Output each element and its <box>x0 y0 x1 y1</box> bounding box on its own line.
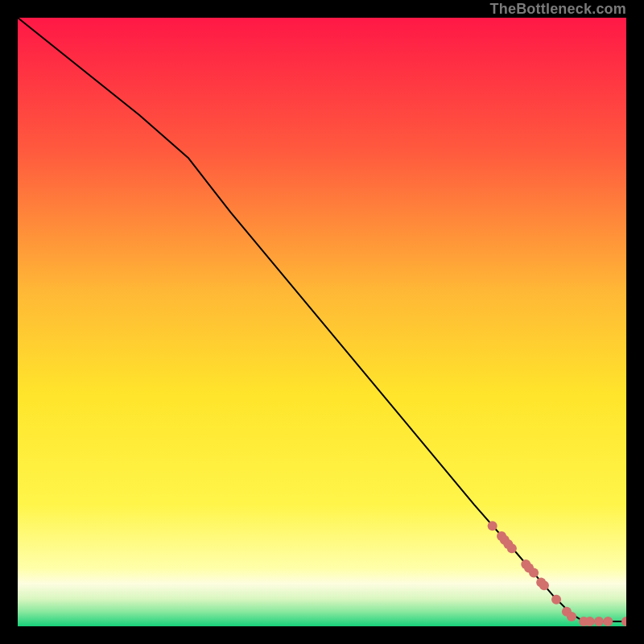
chart-svg <box>18 18 626 626</box>
series-dots-point <box>551 595 561 605</box>
series-dots-point <box>507 543 517 553</box>
series-dots-point <box>539 580 549 590</box>
series-dots-point <box>594 617 604 626</box>
plot-area <box>18 18 626 626</box>
chart-frame: TheBottleneck.com <box>0 0 644 644</box>
series-dots-point <box>567 612 576 621</box>
watermark-text: TheBottleneck.com <box>490 0 626 18</box>
series-dots-point <box>585 617 595 626</box>
series-dots-point <box>603 617 613 626</box>
series-dots-point <box>529 568 539 577</box>
series-dots-point <box>488 521 497 530</box>
